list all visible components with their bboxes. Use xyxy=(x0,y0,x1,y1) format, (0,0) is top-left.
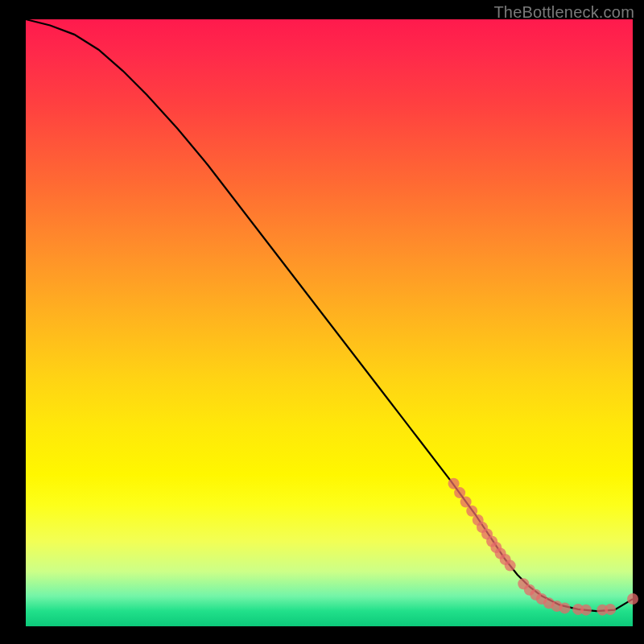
data-point xyxy=(580,605,592,616)
curve-line xyxy=(26,19,633,611)
attribution-text: TheBottleneck.com xyxy=(493,3,634,22)
data-point xyxy=(505,560,516,572)
plot-area xyxy=(26,19,633,626)
chart-svg xyxy=(26,19,633,626)
chart-stage: TheBottleneck.com xyxy=(0,0,644,644)
data-markers xyxy=(448,478,638,616)
data-point xyxy=(627,593,638,605)
data-point xyxy=(605,604,616,615)
data-point xyxy=(559,602,571,613)
